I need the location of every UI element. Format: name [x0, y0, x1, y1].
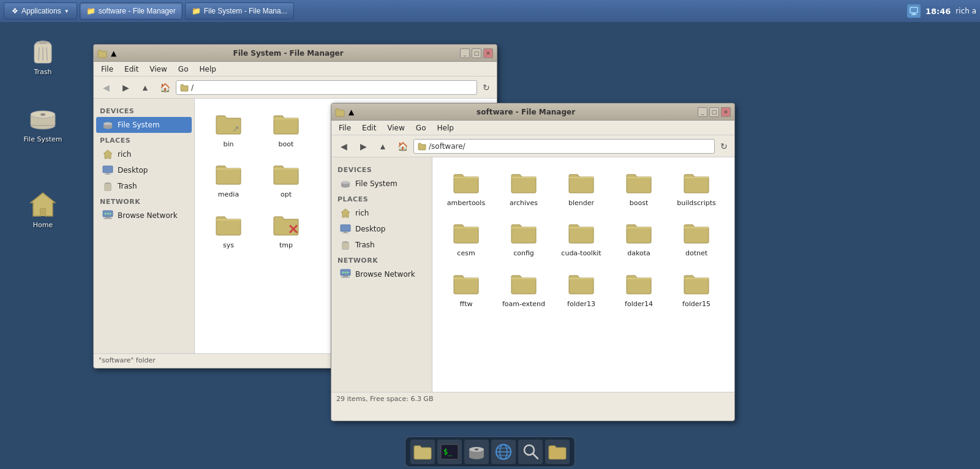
forward-button-2[interactable]: ▶	[355, 138, 372, 155]
menu-file-1[interactable]: File	[96, 64, 118, 75]
file-item[interactable]: tmp	[258, 206, 314, 253]
sidebar-item-desktop-2[interactable]: Desktop	[334, 221, 429, 237]
software-window-icon	[335, 107, 345, 117]
sidebar-item-rich-1[interactable]: rich	[96, 146, 192, 162]
sidebar-item-trash-2[interactable]: Trash	[334, 237, 429, 253]
dock-search-icon[interactable]	[518, 440, 543, 464]
dock-terminal-icon[interactable]: $_	[437, 440, 462, 464]
file-item[interactable]: archives	[496, 163, 551, 211]
up-button-1[interactable]: ▲	[137, 79, 154, 96]
dock-network-svg	[494, 442, 513, 462]
drive-icon-1	[102, 119, 113, 130]
drive-icon-2	[340, 178, 351, 189]
trash-icon-sidebar-1	[102, 181, 113, 192]
taskbar-window1-button[interactable]: 📁 software - File Manager	[80, 2, 183, 20]
svg-rect-24	[104, 218, 112, 219]
menu-view-1[interactable]: View	[145, 64, 172, 75]
svg-marker-17	[104, 150, 112, 159]
network-icon-sidebar-1	[102, 210, 113, 221]
home-icon-label: Home	[33, 221, 53, 229]
file-item[interactable]: folder15	[669, 265, 724, 312]
up-button-2[interactable]: ▲	[374, 138, 391, 155]
sidebar-trash-label-2: Trash	[355, 241, 375, 249]
folder-icon	[509, 217, 538, 247]
folder-icon	[451, 167, 481, 197]
file-item[interactable]: boost	[611, 163, 666, 211]
applications-menu-button[interactable]: ❖ Applications ▼	[4, 2, 77, 20]
svg-rect-0	[910, 7, 918, 13]
file-item[interactable]: dakota	[611, 214, 666, 261]
home-button-2[interactable]: 🏠	[394, 138, 411, 155]
minimize-button-2[interactable]: _	[698, 107, 707, 117]
desktop-icon-trash[interactable]: Trash	[18, 34, 67, 78]
menu-go-2[interactable]: Go	[411, 122, 431, 133]
software-status-text: 29 items, Free space: 6.3 GB	[336, 395, 433, 403]
sidebar-item-network-1[interactable]: Browse Network	[96, 208, 192, 223]
file-item[interactable]: cesm	[439, 214, 494, 261]
refresh-button-2[interactable]: ↻	[717, 140, 731, 153]
location-bar-2[interactable]: /software/	[413, 139, 715, 154]
refresh-button-1[interactable]: ↻	[480, 81, 493, 94]
dock-network-icon[interactable]	[491, 440, 516, 464]
dock-files2-icon[interactable]	[545, 440, 570, 464]
file-item[interactable]: folder13	[554, 265, 609, 312]
sidebar-item-trash-1[interactable]: Trash	[96, 178, 192, 194]
file-item[interactable]: media	[201, 155, 256, 203]
file-item[interactable]: opt	[258, 155, 314, 203]
file-label: config	[513, 249, 534, 258]
menu-edit-1[interactable]: Edit	[119, 64, 143, 75]
dock-search-svg	[521, 442, 540, 462]
maximize-button-1[interactable]: □	[472, 48, 481, 58]
sidebar-item-filesystem-1[interactable]: File System	[96, 117, 192, 133]
software-sidebar: DEVICES File System PLACES rich	[331, 157, 432, 392]
close-button-1[interactable]: ✕	[483, 48, 493, 58]
menu-edit-2[interactable]: Edit	[357, 122, 381, 133]
file-item[interactable]: dotnet	[669, 214, 724, 261]
close-button-2[interactable]: ✕	[721, 107, 731, 117]
file-label: fftw	[460, 300, 473, 309]
file-item[interactable]: foam-extend	[496, 265, 551, 312]
svg-point-46	[347, 272, 349, 274]
taskbar-window2-label: File System - File Mana...	[204, 7, 287, 15]
file-label: folder14	[625, 300, 653, 309]
apps-arrow-icon: ▼	[64, 9, 69, 14]
desktop-icon-filesystem[interactable]: File System	[18, 101, 67, 146]
taskbar-window2-button[interactable]: 📁 File System - File Mana...	[185, 2, 294, 20]
filemanager2-icon: 📁	[192, 7, 201, 15]
menu-go-1[interactable]: Go	[173, 64, 194, 75]
file-label: folder15	[682, 300, 710, 309]
desktop-icon-home[interactable]: Home	[18, 187, 67, 231]
back-button-1[interactable]: ◀	[97, 79, 115, 96]
menu-view-2[interactable]: View	[382, 122, 409, 133]
home-button-1[interactable]: 🏠	[156, 79, 173, 96]
file-item[interactable]: cuda-toolkit	[554, 214, 609, 261]
location-bar-1[interactable]: /	[176, 80, 477, 95]
file-label: dotnet	[685, 249, 707, 258]
file-item[interactable]: ambertools	[439, 163, 494, 211]
file-item[interactable]: fftw	[439, 265, 494, 312]
menu-help-2[interactable]: Help	[432, 122, 458, 133]
applications-label: Applications	[21, 7, 61, 15]
file-item[interactable]: config	[496, 214, 551, 261]
file-label: cesm	[457, 249, 475, 258]
file-item[interactable]: blender	[554, 163, 609, 211]
file-item[interactable]: buildscripts	[669, 163, 724, 211]
sidebar-item-network-2[interactable]: Browse Network	[334, 266, 429, 282]
menu-help-1[interactable]: Help	[194, 64, 221, 75]
file-item[interactable]: sys	[201, 206, 256, 253]
dock-files-icon[interactable]	[410, 440, 435, 464]
back-button-2[interactable]: ◀	[335, 138, 352, 155]
file-item[interactable]: boot	[258, 105, 314, 152]
sidebar-item-desktop-1[interactable]: Desktop	[96, 162, 192, 178]
sidebar-item-filesystem-2[interactable]: File System	[334, 176, 429, 192]
file-label: folder13	[567, 300, 595, 309]
file-item[interactable]: ↗bin	[201, 105, 256, 152]
sidebar-item-rich-2[interactable]: rich	[334, 205, 429, 221]
forward-button-1[interactable]: ▶	[117, 79, 134, 96]
file-item[interactable]: folder14	[611, 265, 666, 312]
menu-file-2[interactable]: File	[334, 122, 356, 133]
dock-drive-icon[interactable]	[464, 440, 489, 464]
taskbar-top: ❖ Applications ▼ 📁 software - File Manag…	[0, 0, 980, 22]
minimize-button-1[interactable]: _	[460, 48, 470, 58]
maximize-button-2[interactable]: □	[709, 107, 719, 117]
